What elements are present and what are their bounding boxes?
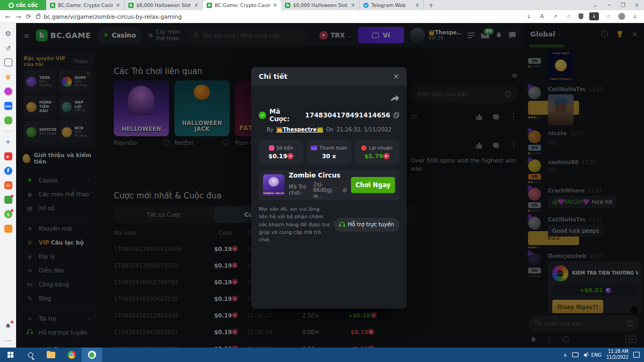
mail-icon[interactable]: 99 — [481, 32, 489, 39]
reload-icon[interactable]: ⟳ — [26, 13, 31, 20]
thumbs-up-icon[interactable] — [475, 114, 482, 120]
game-thumbnail[interactable]: HELLOWEEN — [114, 80, 169, 136]
tab-sports[interactable]: ◉ Các môn thể thao — [148, 29, 181, 42]
info-icon[interactable]: i — [163, 139, 169, 146]
search-input[interactable] — [202, 32, 301, 39]
sidebar-item-lottery[interactable]: ▦ Xổ số — [21, 201, 94, 215]
sidebar-item-promotions[interactable]: ✦ Khuyến mãi — [21, 221, 94, 235]
sidebar-item-affiliate[interactable]: ◈ Đại lý — [21, 249, 94, 263]
comment-bubble-icon[interactable] — [493, 114, 499, 120]
adblock-shield-icon[interactable] — [579, 13, 583, 19]
avatar[interactable] — [528, 86, 541, 99]
referral-link[interactable]: Giới thiệu và kiếm tiền — [20, 147, 95, 168]
share-icon[interactable] — [391, 95, 399, 102]
sidebar-item-sports[interactable]: ◉ Các môn thể thao — [21, 187, 94, 201]
translate-icon[interactable]: A — [538, 13, 546, 19]
bet-row[interactable]: 174830415967875827 $0.19 21:26:14 0.00× … — [114, 323, 415, 340]
bcgame-logo[interactable]: b BC.GAME — [36, 29, 91, 41]
sidebar-item-fairness[interactable]: ⋈ Công bằng — [21, 277, 94, 291]
touch-keyboard-icon[interactable] — [572, 352, 579, 357]
vip-crown-icon[interactable] — [4, 73, 12, 81]
tab-close-icon[interactable]: × — [415, 2, 420, 8]
settings-icon[interactable] — [4, 29, 12, 38]
tab-close-icon[interactable]: × — [351, 2, 355, 8]
game-thumbnail[interactable]: ZOMBIE CIRCUS — [263, 174, 284, 196]
chat-username[interactable]: CatINaHaTᴘʟ — [548, 217, 586, 223]
copy-icon[interactable] — [393, 112, 399, 119]
chat-username[interactable]: CatINaHaTᴘʟ — [548, 86, 586, 92]
tab-bcgame-1[interactable]: b BC.Game: Crypto Casino Gam × — [46, 0, 125, 10]
chat-input[interactable] — [534, 320, 623, 327]
game-card-halloween-jack[interactable]: HALLOWEEN JACK NetEnt i — [174, 80, 230, 149]
profile[interactable]: 👑Thespe... VIP 29 — [410, 28, 462, 43]
facebook-icon[interactable]: f — [4, 167, 12, 175]
avatar[interactable] — [528, 217, 541, 230]
chat-image-moon[interactable]: Good Night Sweet Dreams — [548, 50, 574, 82]
gif-icon[interactable]: GIF — [625, 336, 636, 343]
browser-profile-avatar[interactable] — [618, 13, 625, 20]
minimize-button[interactable]: ─ — [602, 2, 616, 8]
save-page-icon[interactable]: ↓ — [525, 13, 532, 19]
tab-bcgame-2-active[interactable]: b BC.Game: Crypto Casino Gam × — [203, 0, 281, 10]
gift-icon[interactable] — [4, 196, 12, 204]
modal-close-icon[interactable]: × — [393, 72, 399, 80]
avatar[interactable] — [410, 28, 425, 43]
emoji-icon[interactable]: ☺ — [626, 320, 634, 328]
bettor-username[interactable]: 👑Thespectre🐸 — [276, 127, 324, 132]
downloads-tray-icon[interactable]: ↓ — [631, 13, 639, 19]
vip-tile-task[interactable]: TASKtiền thưởng — [24, 70, 56, 93]
bet-row[interactable]: 174830416313929344 $0.19 21:26:17 2.50× … — [114, 307, 415, 323]
comment-input[interactable] — [417, 91, 501, 97]
zalo-icon[interactable]: Zalo — [4, 102, 12, 110]
bookmark-star-icon[interactable]: ☆ — [565, 13, 573, 19]
comments-menu-icon[interactable]: ≡ — [411, 71, 518, 79]
copy-icon[interactable] — [343, 187, 347, 193]
hamburger-icon[interactable]: ≡ — [24, 31, 30, 40]
currency-selector[interactable]: TRX ⌄ — [319, 31, 352, 40]
tv-icon[interactable]: 24 — [4, 181, 12, 189]
rain-icon[interactable] — [530, 336, 536, 342]
chat-image-portrait[interactable] — [548, 94, 574, 125]
thumbs-up-icon[interactable] — [475, 142, 482, 149]
sidebar-item-live-support[interactable]: Hỗ trợ trực tuyến — [21, 326, 94, 339]
vip-more-link[interactable]: Thêm — [74, 58, 88, 64]
bet-row[interactable]: 174830415764135872 $0.19 21:26:12 0.00× … — [114, 340, 415, 348]
tab-telegram[interactable]: ▸ Telegram Web × — [360, 0, 424, 10]
bet-list-icon[interactable] — [467, 32, 475, 39]
comment-input-row[interactable]: ☺ — [411, 85, 518, 103]
notifications-bell-icon[interactable] — [4, 322, 12, 330]
chat-close-icon[interactable]: × — [632, 30, 638, 38]
vip-tile-shitcode[interactable]: SHITCODEtiền thưởng — [24, 121, 56, 143]
chevron-right-icon[interactable]: › — [559, 31, 561, 37]
address-bar[interactable]: bc.game/vi/game/zombie-circus-by-relax-g… — [36, 13, 520, 20]
sidebar-item-forum[interactable]: ≡ Diễn đàn — [21, 263, 94, 277]
avatar[interactable] — [528, 188, 541, 201]
maximize-button[interactable]: ❐ — [616, 2, 630, 8]
history-icon[interactable] — [4, 44, 12, 52]
live-support-button[interactable]: Hỗ trợ trực tuyến — [334, 218, 399, 232]
more-icon[interactable] — [4, 336, 12, 344]
sidebar-item-sponsorship[interactable]: ∞ Tài trợ › — [21, 312, 94, 326]
chat-username[interactable]: Oomcjeixiwb — [548, 253, 587, 259]
coccoc-brand[interactable]: cốc cốc — [0, 0, 46, 10]
extensions-icon[interactable]: ☆ — [605, 13, 612, 19]
new-tab-button[interactable]: + — [424, 0, 438, 10]
games-icon[interactable] — [4, 116, 12, 124]
chat-rules-icon[interactable]: i — [601, 31, 608, 38]
url-text[interactable]: bc.game/vi/game/zombie-circus-by-relax-g… — [43, 13, 182, 20]
vip-tile-cashback[interactable]: HOÀN TIỀN XẤU — [24, 95, 56, 118]
coccoc-app[interactable] — [82, 348, 102, 362]
sidebar-item-casino[interactable]: ♦ Casino › — [21, 173, 94, 187]
tray-expand-icon[interactable]: ∧ — [564, 352, 567, 358]
language-indicator[interactable]: ENG — [591, 352, 602, 358]
chat-toggle-icon[interactable] — [508, 32, 516, 39]
spin-now-button[interactable]: Quay Ngay!! — [552, 300, 603, 313]
youtube-icon[interactable] — [4, 152, 12, 160]
chrome-app[interactable] — [61, 348, 82, 362]
chat-room-name[interactable]: Global — [530, 30, 555, 38]
share-icon[interactable]: ↗ — [552, 13, 559, 19]
close-button[interactable]: × — [630, 2, 644, 8]
tab-close-icon[interactable]: × — [273, 2, 277, 8]
add-shortcut-icon[interactable] — [4, 138, 12, 146]
game-search[interactable] — [187, 27, 306, 43]
